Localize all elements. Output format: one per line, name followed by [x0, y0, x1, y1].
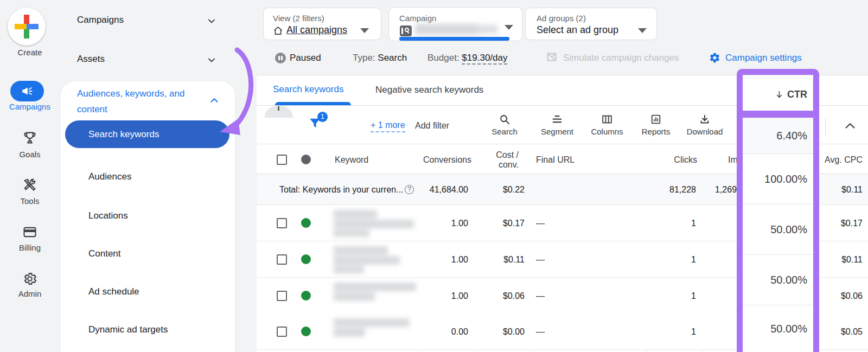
- top-filter-band: View (2 filters) All campaigns Campaign: [257, 0, 868, 75]
- cell-conversions: 1.00: [412, 291, 468, 301]
- row-checkbox[interactable]: [277, 218, 287, 228]
- ad-groups-dropdown-value[interactable]: Select an ad group: [537, 24, 618, 36]
- campaign-type: Type: Search: [353, 53, 407, 63]
- total-cost-conv: $0.22: [477, 185, 525, 195]
- col-header-avg-cpc[interactable]: Avg. CPC: [814, 155, 863, 165]
- admin-label: Admin: [0, 289, 60, 298]
- select-all-checkbox[interactable]: [277, 155, 287, 165]
- cell-clicks: 1: [643, 327, 696, 337]
- campaign-icon: [400, 25, 412, 36]
- cell-cost-conv: $0.00: [477, 327, 525, 337]
- simulate-campaign-changes-button: Simulate campaign changes: [563, 53, 679, 63]
- segment-button[interactable]: Segment: [535, 113, 579, 136]
- campaigns-label: Campaigns: [0, 102, 60, 111]
- budget-value[interactable]: $19.30/day: [462, 53, 507, 65]
- nav-item-dynamic-ad-targets[interactable]: Dynamic ad targets: [88, 324, 168, 335]
- nav-item-content[interactable]: Content: [88, 248, 121, 259]
- keyword-redacted: [334, 283, 420, 309]
- cell-cost-conv: $0.17: [477, 219, 525, 228]
- view-dropdown-value[interactable]: All campaigns: [286, 24, 347, 36]
- nav-item-assets[interactable]: Assets: [77, 54, 105, 65]
- nav-group-card: Audiences, keywords, and content Search …: [61, 81, 235, 352]
- nav-item-audiences[interactable]: Audiences: [88, 171, 131, 182]
- nav-item-locations[interactable]: Locations: [88, 210, 128, 221]
- campaign-budget: Budget: $19.30/day: [427, 53, 507, 63]
- nav-item-campaigns[interactable]: Campaigns: [77, 15, 124, 25]
- ad-groups-dropdown-label: Ad groups (2): [537, 14, 586, 23]
- reports-icon: [634, 113, 678, 125]
- sidebar-item-campaigns[interactable]: [10, 81, 44, 101]
- cell-final-url: —: [536, 219, 545, 228]
- create-label: Create: [0, 48, 60, 57]
- annotation-arrow: [212, 42, 271, 145]
- keyword-redacted: [334, 318, 420, 344]
- cell-cost-conv: $0.06: [477, 291, 525, 301]
- tab-negative-search-keywords[interactable]: Negative search keywords: [375, 85, 483, 95]
- view-dropdown-label: View (2 filters): [273, 14, 324, 23]
- simulate-icon: [546, 51, 558, 63]
- columns-button[interactable]: Columns: [585, 113, 629, 136]
- search-icon: [483, 113, 526, 125]
- cell-conversions: 1.00: [412, 255, 468, 265]
- status-enabled-dot: [301, 291, 311, 300]
- admin-gear-icon[interactable]: [22, 271, 37, 286]
- cell-conversions: 0.00: [412, 327, 468, 337]
- col-header-clicks[interactable]: Clicks: [654, 155, 697, 165]
- status-enabled-dot: [301, 218, 311, 228]
- collapse-chevron-icon[interactable]: [844, 121, 856, 130]
- campaign-dropdown-label: Campaign: [399, 14, 436, 23]
- megaphone-icon: [21, 85, 33, 97]
- total-label: Total: Keywords in your curren...: [279, 185, 404, 195]
- goals-icon[interactable]: [22, 130, 37, 145]
- cell-final-url: —: [536, 291, 545, 301]
- total-impressions-partial: 1,269,: [715, 185, 739, 195]
- add-filter-button[interactable]: Add filter: [415, 121, 449, 131]
- annotation-highlight-divider: [737, 111, 819, 118]
- filter-count-badge: 1: [317, 112, 328, 122]
- campaign-dropdown[interactable]: Campaign: [388, 7, 522, 41]
- campaign-active-indicator: [399, 37, 509, 41]
- keyword-redacted: [334, 210, 420, 236]
- cell-clicks: 1: [643, 291, 696, 301]
- download-icon: [683, 113, 726, 125]
- cell-conversions: 1.00: [412, 219, 468, 228]
- ad-groups-dropdown[interactable]: Ad groups (2) Select an ad group: [525, 8, 657, 40]
- col-header-final-url[interactable]: Final URL: [536, 155, 575, 165]
- dropdown-arrow-icon: [505, 25, 513, 30]
- nav-item-ad-schedule[interactable]: Ad schedule: [88, 286, 139, 297]
- goals-label: Goals: [0, 150, 60, 159]
- keyword-redacted: [334, 246, 420, 272]
- active-tab-indicator: [275, 102, 351, 105]
- status-badge: Paused: [290, 53, 321, 63]
- status-enabled-dot: [301, 327, 311, 336]
- reports-button[interactable]: Reports: [634, 113, 678, 136]
- cell-clicks: 1: [643, 255, 696, 265]
- search-button[interactable]: Search: [483, 113, 526, 136]
- chevron-down-icon[interactable]: [206, 16, 217, 27]
- more-filters-link[interactable]: + 1 more: [371, 120, 405, 132]
- columns-icon: [585, 113, 629, 125]
- col-header-keyword[interactable]: Keyword: [335, 155, 368, 165]
- status-column-icon[interactable]: [301, 155, 311, 164]
- row-checkbox[interactable]: [277, 327, 287, 337]
- billing-icon[interactable]: [22, 225, 37, 240]
- download-button[interactable]: Download: [683, 113, 726, 136]
- col-header-cost-conv[interactable]: Cost /conv.: [480, 150, 519, 170]
- row-checkbox[interactable]: [277, 291, 287, 301]
- nav-group-audiences-keywords-content[interactable]: Audiences, keywords, and content: [77, 86, 203, 117]
- cell-final-url: —: [536, 327, 545, 337]
- total-clicks: 81,228: [643, 185, 696, 195]
- view-dropdown[interactable]: View (2 filters) All campaigns: [263, 8, 381, 40]
- campaign-settings-button[interactable]: Campaign settings: [725, 53, 802, 63]
- billing-label: Billing: [0, 243, 60, 252]
- cell-clicks: 1: [643, 219, 696, 228]
- tab-search-keywords[interactable]: Search keywords: [273, 84, 343, 95]
- col-header-conversions[interactable]: Conversions: [423, 155, 470, 165]
- home-icon: [272, 25, 284, 36]
- row-checkbox[interactable]: [277, 254, 287, 265]
- tools-icon[interactable]: [22, 177, 37, 192]
- create-button[interactable]: [8, 8, 46, 46]
- cell-cost-conv: $0.11: [477, 255, 525, 265]
- nav-item-search-keywords-selected[interactable]: Search keywords: [65, 120, 229, 148]
- dropdown-arrow-icon: [638, 28, 647, 33]
